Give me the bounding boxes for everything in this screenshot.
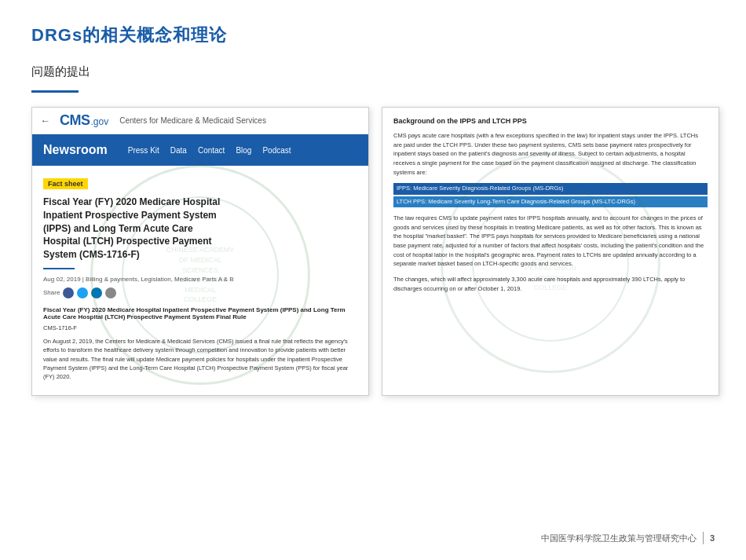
twitter-icon[interactable]	[77, 287, 88, 298]
right-body-text3: The changes, which will affect approxima…	[393, 275, 708, 293]
share-row: Share	[43, 287, 357, 298]
slide-container: DRGs的相关概念和理论 问题的提出 CHINESE ACADEMYOF MED…	[0, 0, 746, 560]
cms-logo-cms: CMS	[60, 112, 90, 129]
nav-blog[interactable]: Blog	[236, 146, 251, 155]
cms-article-title: Fiscal Year (FY) 2020 Medicare Hospital …	[43, 196, 232, 262]
facebook-icon[interactable]	[63, 287, 74, 298]
footer-institution: 中国医学科学院卫生政策与管理研究中心	[541, 533, 697, 544]
email-icon[interactable]	[105, 287, 116, 298]
cms-date-info: Aug 02, 2019 | Billing & payments, Legis…	[43, 276, 357, 283]
blue-divider	[31, 90, 79, 93]
footer-divider	[703, 532, 704, 544]
section-label: 问题的提出	[31, 64, 715, 79]
cms-nav-items: Press Kit Data Contact Blog Podcast	[128, 146, 291, 155]
fact-sheet-badge: Fact sheet	[43, 178, 88, 189]
slide-footer: 中国医学科学院卫生政策与管理研究中心 3	[541, 532, 715, 544]
share-label: Share	[43, 289, 60, 296]
cms-top-bar: ← CMS .gov Centers for Medicare & Medica…	[32, 108, 368, 134]
nav-contact[interactable]: Contact	[198, 146, 225, 155]
cms-navbar: Newsroom Press Kit Data Contact Blog Pod…	[32, 134, 368, 166]
right-body-text1: CMS pays acute care hospitals (with a fe…	[393, 131, 708, 177]
linkedin-icon[interactable]	[91, 287, 102, 298]
highlight-ltch: LTCH PPS: Medicare Severity Long-Term Ca…	[393, 196, 708, 208]
content-area: CHINESE ACADEMYOF MEDICALSCIENCESPEKING …	[31, 107, 715, 396]
nav-press-kit[interactable]: Press Kit	[128, 146, 159, 155]
cms-rule-id: CMS-1716-F	[43, 324, 357, 332]
slide-title: DRGs的相关概念和理论	[31, 24, 715, 47]
highlight-ipps: IPPS: Medicare Severity Diagnosis-Relate…	[393, 183, 708, 195]
cms-title-divider	[43, 268, 75, 269]
cms-main-content: Fact sheet Fiscal Year (FY) 2020 Medicar…	[32, 166, 368, 395]
cms-tagline: Centers for Medicare & Medicaid Services	[119, 116, 266, 125]
right-section-title: Background on the IPPS and LTCH PPS	[393, 117, 708, 125]
right-body-text2: The law requires CMS to update payment r…	[393, 214, 708, 269]
back-button[interactable]: ←	[40, 115, 50, 126]
cms-body-text: On August 2, 2019, the Centers for Medic…	[43, 337, 357, 381]
newsroom-brand[interactable]: Newsroom	[43, 140, 117, 160]
nav-data[interactable]: Data	[170, 146, 187, 155]
cms-logo: CMS .gov	[60, 112, 108, 129]
cms-panel: CHINESE ACADEMYOF MEDICALSCIENCESPEKING …	[31, 107, 369, 396]
nav-podcast[interactable]: Podcast	[262, 146, 291, 155]
footer-page: 3	[710, 533, 715, 543]
right-content: Background on the IPPS and LTCH PPS CMS …	[382, 108, 719, 302]
cms-subtitle: Fiscal Year (FY) 2020 Medicare Hospital …	[43, 306, 357, 320]
cms-logo-gov: .gov	[91, 116, 109, 127]
right-panel: CHINESE ACADEMYOF MEDICALSCIENCESPEKING …	[382, 107, 719, 396]
